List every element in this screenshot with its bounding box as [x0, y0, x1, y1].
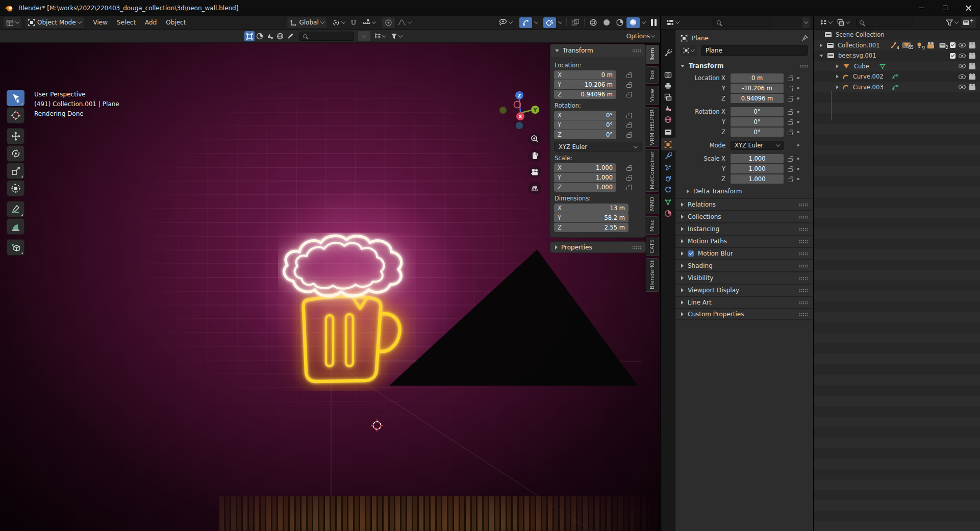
tab-world-properties[interactable] — [661, 113, 675, 125]
tab-object-properties[interactable] — [661, 138, 675, 150]
display-mode-dropdown[interactable] — [373, 31, 387, 41]
animate-dot[interactable] — [797, 111, 799, 113]
close-button[interactable] — [957, 0, 980, 16]
asset-model-button[interactable] — [244, 31, 255, 41]
tab-cats[interactable]: CATS — [646, 237, 659, 256]
render-visibility-icon[interactable] — [969, 65, 975, 69]
tab-tool-properties[interactable] — [661, 46, 675, 59]
panel-drag-grip[interactable] — [799, 252, 808, 256]
outliner-row-scene-collection[interactable]: Scene Collection — [814, 30, 980, 40]
lock-icon[interactable] — [626, 94, 632, 97]
object-visibility-dropdown[interactable] — [495, 17, 515, 28]
snap-toggle[interactable] — [347, 17, 360, 28]
tab-collection-properties[interactable] — [661, 126, 675, 138]
tab-misc[interactable]: Misc — [646, 216, 659, 235]
section-collections[interactable]: Collections — [675, 210, 813, 222]
gizmo-axis-neg-z[interactable] — [516, 122, 523, 129]
animate-dot[interactable] — [797, 97, 799, 100]
properties-panel-header[interactable]: Properties — [550, 242, 645, 253]
lock-icon[interactable] — [626, 84, 632, 88]
section-delta-transform[interactable]: Delta Transform — [675, 185, 813, 198]
asset-expand-button[interactable] — [358, 31, 370, 41]
outliner-row-cube[interactable]: Cube — [814, 61, 980, 72]
lock-icon[interactable] — [788, 168, 793, 172]
rotation-z-field[interactable]: Z0° — [554, 130, 616, 139]
hide-eye-icon[interactable] — [959, 85, 966, 89]
tab-modifier-properties[interactable] — [661, 150, 675, 162]
animate-dot[interactable] — [797, 168, 799, 170]
animate-dot[interactable] — [797, 144, 799, 147]
shading-dropdown[interactable] — [640, 17, 648, 28]
dimensions-x-field[interactable]: X13 m — [554, 204, 629, 213]
transform-panel-header[interactable]: Transform — [550, 44, 645, 57]
menu-object[interactable]: Object — [161, 17, 190, 28]
animate-dot[interactable] — [797, 87, 799, 90]
prop-location-z[interactable]: 0.94096 m — [731, 94, 784, 103]
location-y-field[interactable]: Y-10.206 m — [554, 80, 616, 89]
lock-icon[interactable] — [626, 134, 632, 138]
panel-drag-grip[interactable] — [799, 64, 808, 68]
panel-drag-grip[interactable] — [799, 264, 808, 268]
location-x-field[interactable]: X0 m — [554, 70, 616, 80]
filter-dropdown[interactable] — [390, 31, 403, 41]
panel-drag-grip[interactable] — [799, 289, 808, 292]
prop-location-x[interactable]: 0 m — [731, 73, 784, 83]
transform-section-header[interactable]: Transform — [675, 60, 813, 71]
tool-add-cube[interactable] — [7, 239, 24, 256]
outliner-editor-type-button[interactable] — [817, 17, 835, 28]
scale-x-field[interactable]: X1.000 — [554, 163, 616, 172]
xray-toggle[interactable] — [569, 17, 582, 28]
lock-icon[interactable] — [788, 132, 793, 135]
tab-mmd[interactable]: MMD — [646, 194, 659, 214]
render-visibility-icon[interactable] — [969, 75, 975, 80]
mode-dropdown[interactable]: Object Mode — [26, 17, 84, 28]
tab-output-properties[interactable] — [661, 80, 675, 92]
animate-dot[interactable] — [797, 158, 799, 160]
tab-view[interactable]: View — [646, 86, 659, 105]
menu-view[interactable]: View — [89, 17, 112, 28]
lock-icon[interactable] — [788, 158, 793, 162]
tab-blenderkit[interactable]: BlenderKit — [646, 258, 659, 292]
lock-icon[interactable] — [788, 88, 793, 91]
panel-drag-grip[interactable] — [632, 246, 641, 249]
section-viewport-display[interactable]: Viewport Display — [675, 284, 813, 296]
tool-move[interactable] — [7, 128, 24, 144]
animate-dot[interactable] — [797, 178, 799, 181]
rotation-mode-dropdown[interactable]: XYZ Euler — [554, 142, 642, 151]
asset-material-button[interactable] — [255, 31, 265, 41]
tab-physics-properties[interactable] — [661, 172, 675, 185]
panel-drag-grip[interactable] — [799, 215, 808, 219]
menu-select[interactable]: Select — [112, 17, 140, 28]
shading-wireframe-button[interactable] — [587, 17, 600, 28]
object-name-field[interactable]: Plane — [701, 45, 808, 56]
zoom-view-button[interactable] — [528, 133, 541, 146]
scale-y-field[interactable]: Y1.000 — [554, 173, 616, 182]
asset-brush-button[interactable] — [285, 31, 295, 41]
animate-dot[interactable] — [797, 77, 799, 80]
prop-scale-x[interactable]: 1.000 — [731, 154, 784, 163]
shading-solid-button[interactable] — [600, 17, 613, 28]
camera-view-button[interactable] — [528, 165, 541, 179]
perspective-toggle-button[interactable] — [528, 182, 541, 195]
lock-icon[interactable] — [626, 167, 632, 171]
prop-scale-y[interactable]: 1.000 — [731, 164, 784, 173]
hide-eye-icon[interactable] — [959, 43, 966, 47]
overlays-dropdown[interactable] — [556, 17, 564, 28]
object-id-dropdown[interactable] — [681, 45, 697, 56]
tab-viewlayer-properties[interactable] — [661, 91, 675, 103]
panel-drag-grip[interactable] — [799, 313, 808, 316]
tab-object-data-properties[interactable] — [661, 196, 675, 208]
tool-select-box[interactable] — [7, 90, 24, 106]
options-dropdown[interactable]: Options — [625, 31, 656, 41]
outliner-row-collection-001[interactable]: Collection.001 4 65 9 — [814, 40, 980, 51]
lock-icon[interactable] — [626, 124, 632, 128]
render-visibility-icon[interactable] — [969, 55, 975, 59]
section-relations[interactable]: Relations — [675, 198, 813, 210]
maximize-button[interactable] — [933, 0, 957, 16]
prop-rotation-z[interactable]: 0° — [731, 128, 784, 137]
section-motion-blur[interactable]: Motion Blur — [675, 247, 813, 259]
snap-target-dropdown[interactable] — [360, 17, 378, 28]
motion-blur-checkbox[interactable] — [688, 250, 694, 257]
hide-eye-icon[interactable] — [959, 54, 966, 58]
asset-hdr-button[interactable] — [275, 31, 285, 41]
